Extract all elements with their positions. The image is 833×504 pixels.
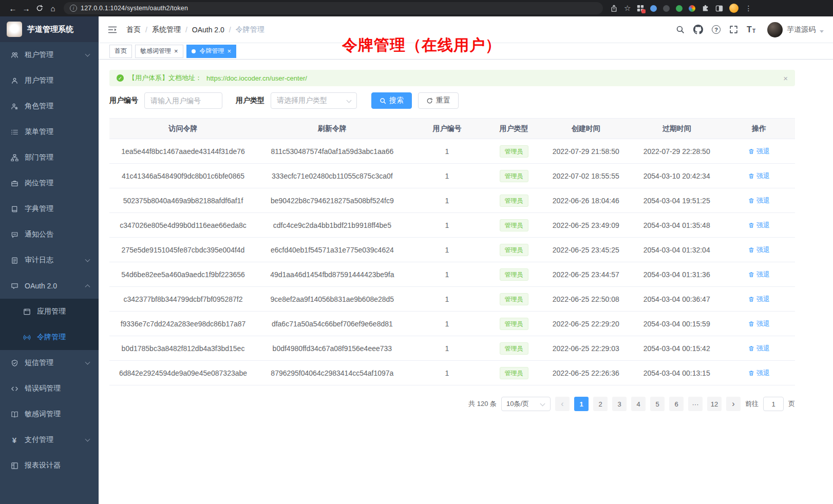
pagination: 共 120 条 10条/页 ‹ 1 2 3 4 5 6 ··· 12 › 前往 … <box>109 397 795 411</box>
sidebar-item-token-manage[interactable]: 令牌管理 <box>0 324 99 350</box>
extension-green-icon[interactable] <box>676 5 683 12</box>
refresh-token-cell: cdfc4ce9c2da4bb1bdf21b9918ff4be5 <box>257 213 408 238</box>
action-cell: 强退 <box>723 312 795 336</box>
sidebar-item-tenant[interactable]: 租户管理 <box>0 42 99 68</box>
force-logout-button[interactable]: 强退 <box>748 221 770 230</box>
sidebar: 芋道管理系统 租户管理 用户管理 角色管理 菜单管理 部 <box>0 16 99 504</box>
access-token-cell: 1ea5e44f8bc1467aaede43144f31de76 <box>109 139 257 164</box>
force-logout-button[interactable]: 强退 <box>748 245 770 255</box>
force-logout-label: 强退 <box>756 295 770 304</box>
extension-blue-icon[interactable] <box>650 5 657 12</box>
breadcrumb-system[interactable]: 系统管理 <box>152 25 181 34</box>
force-logout-button[interactable]: 强退 <box>748 147 770 156</box>
sidebar-item-oauth[interactable]: OAuth 2.0 <box>0 273 99 299</box>
hamburger-icon[interactable] <box>108 26 117 34</box>
breadcrumb-home[interactable]: 首页 <box>126 25 141 34</box>
tab-label: 敏感词管理 <box>140 47 171 55</box>
sidebar-item-dict[interactable]: 字典管理 <box>0 196 99 222</box>
browser-profile-avatar[interactable] <box>729 4 739 13</box>
audit-log-icon <box>10 256 18 264</box>
sidebar-item-payment[interactable]: ¥ 支付管理 <box>0 427 99 453</box>
page-ellipsis[interactable]: ··· <box>688 397 703 411</box>
extensions-puzzle-icon[interactable] <box>702 5 709 12</box>
sidebar-item-notice[interactable]: 通知公告 <box>0 222 99 247</box>
force-logout-button[interactable]: 强退 <box>748 369 770 378</box>
page-button-5[interactable]: 5 <box>650 397 665 411</box>
search-icon[interactable] <box>676 25 685 34</box>
browser-forward-icon[interactable]: → <box>20 2 33 15</box>
access-token-cell: 41c41346a548490f9dc8b01c6bfe0865 <box>109 164 257 188</box>
force-logout-button[interactable]: 强退 <box>748 319 770 328</box>
sidebar-item-error-code[interactable]: 错误码管理 <box>0 376 99 401</box>
reset-button[interactable]: 重置 <box>418 92 459 109</box>
force-logout-button[interactable]: 强退 <box>748 196 770 205</box>
col-user-id: 用户编号 <box>408 119 487 139</box>
sidebar-item-post[interactable]: 岗位管理 <box>0 170 99 196</box>
doc-link[interactable]: https://doc.iocoder.cn/user-center/ <box>206 74 307 82</box>
chevron-down-icon <box>85 437 90 442</box>
page-button-12[interactable]: 12 <box>707 397 722 411</box>
close-icon[interactable]: × <box>174 48 178 54</box>
sidebar-item-sms[interactable]: 短信管理 <box>0 350 99 376</box>
expire-time-cell: 2054-03-04 01:32:04 <box>631 238 723 262</box>
next-page-button[interactable]: › <box>726 397 741 411</box>
alert-label: 【用户体系】文档地址： <box>128 73 202 83</box>
extension-color-icon[interactable] <box>689 5 695 12</box>
search-button[interactable]: 搜索 <box>371 92 412 109</box>
tab-sensitive-word[interactable]: 敏感词管理 × <box>135 45 183 58</box>
sidebar-item-sensitive-word[interactable]: 敏感词管理 <box>0 401 99 427</box>
table-row: b0d1785bc3a8482f812db4a3f3bd15ec b0df498… <box>109 336 795 361</box>
sidebar-item-app-manage[interactable]: 应用管理 <box>0 299 99 324</box>
browser-back-icon[interactable]: ← <box>6 2 20 15</box>
font-size-icon[interactable]: TT <box>747 26 755 34</box>
browser-menu-icon[interactable]: ⋮ <box>745 4 752 12</box>
delete-icon <box>748 247 754 253</box>
sidebar-item-dept[interactable]: 部门管理 <box>0 145 99 170</box>
force-logout-button[interactable]: 强退 <box>748 171 770 181</box>
force-logout-button[interactable]: 强退 <box>748 344 770 353</box>
breadcrumb-oauth[interactable]: OAuth 2.0 <box>192 26 224 34</box>
alert-close-icon[interactable]: × <box>783 74 788 83</box>
sidebar-item-menu[interactable]: 菜单管理 <box>0 119 99 145</box>
page-button-1[interactable]: 1 <box>574 397 589 411</box>
tab-token-manage[interactable]: 令牌管理 × <box>186 45 237 58</box>
chevron-down-icon <box>85 257 90 262</box>
help-icon[interactable]: ? <box>712 25 721 34</box>
prev-page-button[interactable]: ‹ <box>555 397 570 411</box>
bookmark-star-icon[interactable]: ☆ <box>624 4 631 13</box>
user-menu[interactable]: 芋道源码 <box>767 22 824 37</box>
page-button-4[interactable]: 4 <box>631 397 646 411</box>
user-type-cell: 管理员 <box>486 336 541 361</box>
page-size-value: 10条/页 <box>506 399 529 409</box>
screenshot-extension-icon[interactable] <box>637 5 644 12</box>
sidebar-item-label: 报表设计器 <box>25 461 61 470</box>
share-icon[interactable] <box>610 5 618 12</box>
tab-home[interactable]: 首页 <box>109 45 132 58</box>
page-size-select[interactable]: 10条/页 <box>501 397 551 411</box>
page-button-6[interactable]: 6 <box>669 397 684 411</box>
site-info-icon[interactable]: i <box>70 5 77 12</box>
expire-time-cell: 2054-03-04 01:31:36 <box>631 262 723 287</box>
github-icon[interactable] <box>693 25 703 34</box>
split-view-icon[interactable] <box>715 5 723 12</box>
force-logout-button[interactable]: 强退 <box>748 270 770 279</box>
user-id-label: 用户编号 <box>109 96 138 105</box>
extension-dark-icon[interactable] <box>663 5 670 12</box>
user-type-select[interactable]: 请选择用户类型 <box>271 92 357 109</box>
close-icon[interactable]: × <box>228 48 232 54</box>
browser-home-icon[interactable]: ⌂ <box>46 2 60 15</box>
page-button-2[interactable]: 2 <box>593 397 608 411</box>
browser-reload-icon[interactable] <box>33 2 46 15</box>
page-button-3[interactable]: 3 <box>612 397 627 411</box>
address-bar[interactable]: i 127.0.0.1:1024/system/oauth2/token <box>64 2 603 14</box>
goto-page-input[interactable] <box>763 397 784 411</box>
user-id-input[interactable] <box>144 92 222 109</box>
action-cell: 强退 <box>723 139 795 164</box>
sidebar-item-audit-log[interactable]: 审计日志 <box>0 247 99 273</box>
sidebar-logo[interactable]: 芋道管理系统 <box>0 16 99 42</box>
sidebar-item-report-designer[interactable]: 报表设计器 <box>0 453 99 478</box>
force-logout-button[interactable]: 强退 <box>748 295 770 304</box>
sidebar-item-role[interactable]: 角色管理 <box>0 93 99 119</box>
sidebar-item-user[interactable]: 用户管理 <box>0 68 99 93</box>
fullscreen-icon[interactable] <box>729 25 738 34</box>
